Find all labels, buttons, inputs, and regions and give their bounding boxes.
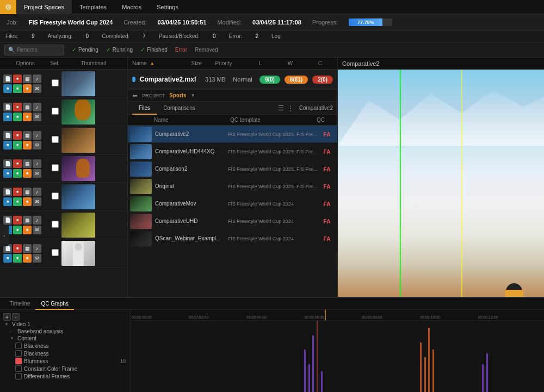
- file-icon-red[interactable]: ■: [13, 244, 22, 253]
- file-icon-orange1[interactable]: ■: [23, 84, 32, 93]
- filter-removed[interactable]: Removed: [195, 47, 218, 53]
- file-icon-mail[interactable]: ✉: [33, 84, 41, 93]
- col-c-header[interactable]: C: [305, 60, 335, 66]
- file-icon-audio[interactable]: ♪: [33, 188, 41, 196]
- file-icon-doc[interactable]: 📄: [3, 159, 12, 168]
- file-icon-doc[interactable]: 📄: [3, 216, 12, 225]
- file-icon-grid[interactable]: ▦: [23, 159, 32, 168]
- check-blackness1[interactable]: [15, 343, 22, 349]
- file-icon-blue5[interactable]: ■: [3, 197, 12, 206]
- btn-orange-score[interactable]: 8(81): [285, 76, 308, 84]
- file-icon-orange2[interactable]: ■: [23, 113, 32, 121]
- file-icon-mail5[interactable]: ✉: [33, 197, 41, 206]
- qc-playhead[interactable]: [325, 310, 326, 320]
- list-item[interactable]: 📄 ■ ▦ ♪ ■ ■ ■ ✉: [0, 126, 127, 154]
- file-sel-2[interactable]: [48, 108, 61, 116]
- file-icon-blue7[interactable]: ■: [3, 254, 12, 263]
- filter-pending[interactable]: ✓ Pending: [72, 47, 98, 53]
- file-icon-doc[interactable]: 📄: [3, 188, 12, 196]
- file-icon-blue1[interactable]: ■: [3, 84, 12, 93]
- file-icon-grid[interactable]: ▦: [23, 103, 32, 111]
- comparison-row[interactable]: ComparativeUHD FIS Freestyle World Cup 2…: [128, 213, 337, 230]
- file-icon-audio[interactable]: ♪: [33, 74, 41, 83]
- app-icon[interactable]: ⚙: [0, 0, 16, 14]
- col-w-header[interactable]: W: [275, 60, 305, 66]
- search-input[interactable]: [17, 47, 60, 53]
- list-item[interactable]: 📄 ■ ▦ ♪ ■ ■ ■ ✉: [0, 154, 127, 183]
- comparison-row[interactable]: Original FIS Freestyle World Cup 2025, F…: [128, 178, 337, 195]
- file-icon-audio[interactable]: ♪: [33, 244, 41, 253]
- col-name-header[interactable]: Name ▲: [132, 60, 158, 66]
- file-icon-mail3[interactable]: ✉: [33, 141, 41, 150]
- file-icon-mail4[interactable]: ✉: [33, 169, 41, 178]
- file-icon-orange6[interactable]: ■: [23, 226, 32, 234]
- file-icon-red[interactable]: ■: [13, 159, 22, 168]
- file-sel-4[interactable]: [48, 164, 61, 172]
- tree-item-blackness1[interactable]: Blackness: [0, 342, 130, 350]
- col-l-header[interactable]: L: [245, 60, 275, 66]
- file-icon-red[interactable]: ■: [13, 74, 22, 83]
- tab-files[interactable]: Files: [132, 102, 157, 115]
- file-icon-red[interactable]: ■: [13, 103, 22, 111]
- filter-error[interactable]: Error: [175, 47, 187, 53]
- tree-baseband[interactable]: › Baseband analysis: [0, 328, 130, 335]
- file-icon-green6[interactable]: ■: [13, 226, 22, 234]
- tree-item-constant-color[interactable]: Constant Color Frame: [0, 365, 130, 372]
- file-icon-audio[interactable]: ♪: [33, 159, 41, 168]
- file-icon-mail6[interactable]: ✉: [33, 226, 41, 234]
- tree-item-blurriness[interactable]: Blurriness 10: [0, 357, 130, 365]
- comparison-row[interactable]: ComparativeUHD444XQ FIS Freestyle World …: [128, 143, 337, 160]
- file-icon-green2[interactable]: ■: [13, 113, 22, 121]
- comparison-row[interactable]: Comparison2 FIS Freestyle World Cup 2025…: [128, 160, 337, 178]
- file-icon-red[interactable]: ■: [13, 188, 22, 196]
- file-icon-doc[interactable]: 📄: [3, 131, 12, 140]
- file-icon-green3[interactable]: ■: [13, 141, 22, 150]
- file-icon-orange5[interactable]: ■: [23, 197, 32, 206]
- file-icon-grid[interactable]: ▦: [23, 216, 32, 225]
- tab-comparisons[interactable]: Comparisons: [157, 102, 202, 115]
- nav-templates[interactable]: Templates: [72, 0, 114, 14]
- file-icon-grid[interactable]: ▦: [23, 74, 32, 83]
- file-sel-1[interactable]: [48, 79, 61, 88]
- file-icon-red[interactable]: ■: [13, 131, 22, 140]
- nav-macros[interactable]: Macros: [114, 0, 149, 14]
- tab-qc-graphs[interactable]: QC Graphs: [35, 298, 74, 310]
- btn-red-score[interactable]: 2(0): [312, 76, 333, 84]
- list-view-icon[interactable]: ☰: [278, 104, 284, 112]
- file-sel-7[interactable]: [48, 249, 61, 257]
- file-icon-orange4[interactable]: ■: [23, 169, 32, 178]
- comparison-row[interactable]: Comparative2 FIS Freestyle World Cup 202…: [128, 126, 337, 143]
- file-sel-5[interactable]: [48, 192, 61, 201]
- list-item[interactable]: 📄 ■ ▦ ♪ ■ ■ ■ ✉: [0, 239, 127, 267]
- nav-chevron[interactable]: ‹: [0, 225, 9, 246]
- file-icon-green7[interactable]: ■: [13, 254, 22, 263]
- nav-settings[interactable]: Settings: [149, 0, 186, 14]
- list-item[interactable]: 📄 ■ ▦ ♪ ■ ■ ■ ✉: [0, 98, 127, 126]
- file-icon-red[interactable]: ■: [13, 216, 22, 225]
- btn-green-score[interactable]: 9(0): [259, 76, 280, 84]
- file-icon-grid[interactable]: ▦: [23, 188, 32, 196]
- file-icon-green1[interactable]: ■: [13, 84, 22, 93]
- file-icon-audio[interactable]: ♪: [33, 216, 41, 225]
- list-item[interactable]: 📄 ■ ▦ ♪ ■ ■ ■ ✉: [0, 211, 127, 239]
- zoom-in-btn[interactable]: +: [3, 313, 11, 321]
- file-icon-blue4[interactable]: ■: [3, 169, 12, 178]
- file-icon-doc[interactable]: 📄: [3, 74, 12, 83]
- tree-item-blackness2[interactable]: Blackness: [0, 350, 130, 357]
- file-icon-green4[interactable]: ■: [13, 169, 22, 178]
- tab-timeline[interactable]: Timeline: [4, 298, 35, 310]
- back-arrow[interactable]: ⬅: [132, 92, 138, 99]
- comparison-row[interactable]: QScan_Webinar_Exampl... FIS Freestyle Wo…: [128, 230, 337, 247]
- comparison-row[interactable]: ComparativeMov FIS Freestyle World Cup 2…: [128, 195, 337, 213]
- file-icon-grid[interactable]: ▦: [23, 244, 32, 253]
- tree-content[interactable]: ▼ Content: [0, 335, 130, 342]
- file-sel-3[interactable]: [48, 136, 61, 144]
- file-icon-doc[interactable]: 📄: [3, 103, 12, 111]
- zoom-out-tree-btn[interactable]: -: [12, 313, 20, 321]
- project-name[interactable]: Sports: [169, 92, 187, 98]
- file-icon-blue2[interactable]: ■: [3, 113, 12, 121]
- check-differential[interactable]: [15, 373, 22, 379]
- file-icon-mail7[interactable]: ✉: [33, 254, 41, 263]
- file-icon-blue3[interactable]: ■: [3, 141, 12, 150]
- file-icon-orange7[interactable]: ■: [23, 254, 32, 263]
